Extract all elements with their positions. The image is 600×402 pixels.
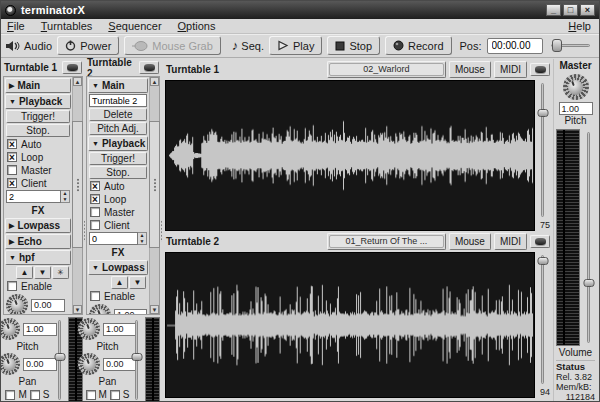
lowpass-enable-checkbox[interactable]: Enable — [88, 290, 148, 302]
turntable1-section-playback[interactable]: ▼ Playback — [5, 94, 71, 109]
spin-buttons[interactable]: ▲ ▼ — [138, 232, 147, 245]
play-button[interactable]: Play — [269, 36, 322, 55]
turntable1-panel-minimize-button[interactable] — [62, 61, 82, 74]
turntable1-scrollbar[interactable]: ▲ ▼ — [72, 77, 82, 314]
lowpass-cutoff-knob[interactable] — [89, 304, 111, 314]
scroll-down-button[interactable]: ▼ — [73, 305, 82, 314]
turntable1-mute-checkbox[interactable] — [5, 390, 15, 400]
turntable2-trigger-button[interactable]: Trigger! — [89, 152, 147, 165]
turntable2-pitch-adj-button[interactable]: Pitch Adj. — [89, 122, 147, 135]
lowpass-move-up-button[interactable]: ▲ — [111, 276, 128, 289]
turntable2-section-playback[interactable]: ▼ Playback — [88, 136, 148, 151]
client-id-input[interactable] — [6, 190, 61, 203]
turntable2-name-input[interactable] — [89, 94, 147, 107]
hpf-move-down-button[interactable]: ▼ — [34, 266, 51, 279]
turntable2-mute-checkbox[interactable] — [86, 390, 96, 400]
close-button[interactable]: × — [580, 4, 595, 16]
menu-options[interactable]: Options — [178, 20, 216, 32]
turntable1-section-main[interactable]: ▶ Main — [5, 78, 71, 93]
turntable2-volume-slider[interactable] — [131, 317, 143, 402]
power-button[interactable]: Power — [57, 36, 119, 55]
menu-sequencer[interactable]: Sequencer — [108, 20, 161, 32]
hpf-cutoff-knob[interactable] — [6, 294, 28, 314]
client-id-input[interactable] — [89, 232, 138, 245]
stop-button[interactable]: Stop — [327, 36, 380, 55]
lowpass-cutoff-value[interactable]: 1.00 — [114, 309, 147, 315]
checkbox-box[interactable]: × — [7, 152, 17, 162]
turntable2-client-checkbox[interactable]: Client — [88, 219, 148, 231]
slider-thumb[interactable] — [552, 39, 562, 52]
checkbox-box[interactable] — [90, 207, 100, 217]
hpf-move-up-button[interactable]: ▲ — [16, 266, 33, 279]
master-pitch-value[interactable]: 1.00 — [559, 102, 593, 115]
menu-turntables[interactable]: Turntables — [41, 20, 93, 32]
spin-down-icon[interactable]: ▼ — [138, 239, 146, 245]
lowpass-move-down-button[interactable]: ▼ — [129, 276, 146, 289]
slider-thumb[interactable] — [538, 257, 549, 265]
turntable1-client-spinbox[interactable]: ▲ ▼ — [6, 190, 70, 203]
turntable2-pitch-knob[interactable] — [78, 318, 100, 340]
checkbox-box[interactable] — [7, 165, 17, 175]
turntable1-section-echo[interactable]: ▶ Echo — [5, 234, 71, 249]
turntable2-scrollbar[interactable]: ▲ ▼ — [149, 77, 159, 314]
deck2-file-button[interactable]: 01_Return Of The ... — [327, 233, 446, 250]
minimize-button[interactable]: _ — [546, 4, 561, 16]
turntable1-pitch-knob[interactable] — [0, 318, 20, 340]
hpf-enable-checkbox[interactable]: Enable — [5, 280, 71, 292]
deck2-mouse-button[interactable]: Mouse — [449, 233, 491, 250]
turntable1-solo-checkbox[interactable] — [30, 390, 40, 400]
mouse-grab-button[interactable]: Mouse Grab — [124, 36, 221, 55]
turntable2-pan-knob[interactable] — [78, 353, 100, 375]
master-volume-slider[interactable] — [582, 129, 595, 346]
deck2-waveform-display[interactable] — [165, 252, 535, 399]
checkbox-box[interactable]: × — [90, 181, 100, 191]
checkbox-box[interactable] — [90, 291, 100, 301]
turntable2-auto-checkbox[interactable]: × Auto — [88, 180, 148, 192]
scrollbar-thumb[interactable] — [149, 121, 160, 248]
turntable1-trigger-button[interactable]: Trigger! — [6, 110, 70, 123]
turntable1-volume-slider[interactable] — [54, 317, 66, 402]
hpf-cutoff-value[interactable]: 0.00 — [31, 299, 65, 312]
slider-thumb[interactable] — [132, 353, 143, 361]
hpf-settings-button[interactable]: ✳ — [52, 266, 69, 279]
checkbox-box[interactable]: × — [90, 194, 100, 204]
turntable1-pan-knob[interactable] — [0, 353, 20, 375]
scrollbar-thumb[interactable] — [72, 121, 83, 248]
deck1-speed-slider[interactable] — [536, 80, 550, 220]
deck1-midi-button[interactable]: MIDI — [494, 61, 527, 78]
spin-buttons[interactable]: ▲ ▼ — [61, 190, 70, 203]
checkbox-box[interactable] — [7, 281, 17, 291]
pos-input[interactable] — [487, 38, 543, 54]
checkbox-box[interactable] — [90, 220, 100, 230]
turntable1-auto-checkbox[interactable]: × Auto — [5, 138, 71, 150]
turntable2-panel-minimize-button[interactable] — [139, 61, 159, 74]
menu-help[interactable]: Help — [568, 20, 591, 32]
slider-thumb[interactable] — [55, 353, 66, 361]
deck1-file-button[interactable]: 02_Warlord — [327, 61, 446, 78]
turntable1-master-checkbox[interactable]: Master — [5, 164, 71, 176]
slider-thumb[interactable] — [538, 109, 549, 117]
turntable2-section-main[interactable]: ▼ Main — [88, 78, 148, 93]
turntable2-loop-checkbox[interactable]: × Loop — [88, 193, 148, 205]
turntable1-section-hpf[interactable]: ▼ hpf — [5, 250, 71, 265]
deck1-minimize-button[interactable] — [530, 63, 550, 76]
menu-file[interactable]: File — [7, 20, 25, 32]
turntable1-stop-button[interactable]: Stop. — [6, 124, 70, 137]
turntable2-client-spinbox[interactable]: ▲ ▼ — [89, 232, 147, 245]
deck1-waveform-display[interactable] — [165, 80, 535, 231]
turntable1-client-checkbox[interactable]: × Client — [5, 177, 71, 189]
slider-thumb[interactable] — [583, 279, 594, 287]
turntable1-section-lowpass[interactable]: ▶ Lowpass — [5, 218, 71, 233]
title-bar[interactable]: terminatorX _ □ × — [1, 1, 599, 19]
deck1-mouse-button[interactable]: Mouse — [449, 61, 491, 78]
turntable1-pan-value[interactable]: 0.00 — [23, 358, 57, 371]
turntable2-solo-checkbox[interactable] — [110, 390, 120, 400]
deck2-midi-button[interactable]: MIDI — [494, 233, 527, 250]
master-pitch-knob[interactable] — [563, 74, 589, 100]
record-button[interactable]: Record — [385, 36, 451, 55]
deck2-minimize-button[interactable] — [530, 235, 550, 248]
scroll-up-button[interactable]: ▲ — [73, 77, 82, 86]
maximize-button[interactable]: □ — [563, 4, 578, 16]
turntable2-delete-button[interactable]: Delete — [89, 108, 147, 121]
deck2-speed-slider[interactable] — [536, 252, 550, 388]
